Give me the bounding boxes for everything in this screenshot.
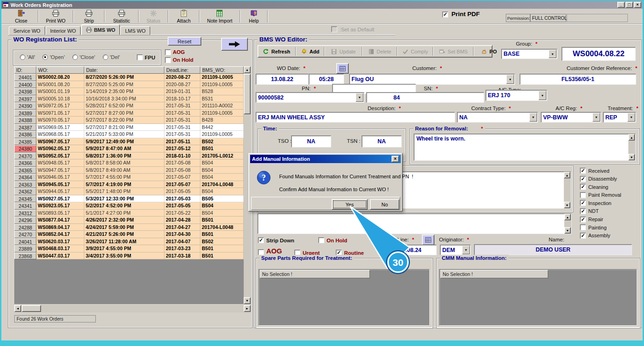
deadline-field[interactable]: 22.08.24 — [384, 245, 437, 255]
col-header-deadline[interactable]: DeadLine: — [164, 66, 200, 74]
col-header-date[interactable]: Date: — [84, 66, 164, 74]
tab-bms-wo[interactable]: BMS WO — [81, 24, 120, 35]
aog-filter-checkbox[interactable] — [165, 49, 171, 55]
table-row-WS0944.05.17[interactable]: 24362WS0944.05.175/5/2017 1:48:00 PM2017… — [14, 188, 244, 195]
group-combobox[interactable]: BASE ▼ — [501, 49, 557, 59]
chevron-down-icon[interactable]: ▼ — [529, 113, 537, 122]
treatment-combobox[interactable]: REP ▼ — [603, 112, 636, 123]
on-hold-checkbox[interactable] — [318, 237, 324, 243]
chevron-down-icon[interactable]: ▼ — [627, 113, 635, 122]
tsn-field[interactable]: NA — [362, 135, 402, 147]
table-row-WS0002.08.20[interactable]: 24401WS0002.08.208/27/2020 5:26:00 PM202… — [14, 74, 244, 81]
ac-type-combobox[interactable]: ERJ 170 ▼ — [486, 90, 547, 101]
wo-date-calendar-button[interactable] — [336, 63, 349, 74]
table-row-WS0970.05.17[interactable]: 24388WS0970.05.175/27/2017 8:22:00 PM201… — [14, 117, 244, 124]
scroll-down-button[interactable]: ▼ — [564, 202, 570, 208]
table-row-WS0946.05.17[interactable]: 24364WS0946.05.175/7/2017 4:55:00 PM2017… — [14, 174, 244, 181]
col-header-id[interactable]: ID: — [14, 66, 36, 74]
table-row-WS0945.05.17[interactable]: 24363WS0945.05.175/7/2017 4:19:00 PM2017… — [14, 181, 244, 188]
step-paint-removal[interactable]: Paint Removal — [580, 192, 641, 198]
description-field[interactable]: ERJ MAIN WHEEL ASSY — [256, 112, 455, 123]
table-row-WS0923.05.17[interactable]: 24341WS0923.05.175/2/2017 4:52:00 PM2017… — [14, 202, 244, 210]
table-row-WS0869.04.17[interactable]: 24288WS0869.04.174/24/2017 5:59:00 PM201… — [14, 224, 244, 231]
dialog-close-button[interactable]: × — [392, 156, 399, 162]
table-row-WS0852.04.17[interactable]: 24270WS0852.04.174/21/2017 5:26:00 PM201… — [14, 231, 244, 238]
step-inspection[interactable]: ✓Inspection — [580, 200, 641, 206]
scroll-up-button[interactable]: ▲ — [244, 66, 251, 73]
scroll-right-button[interactable]: ► — [244, 305, 251, 312]
filter-radio-all[interactable]: 'All' — [20, 54, 35, 60]
toolbar-button-attach[interactable]: Attach — [170, 9, 198, 23]
editor-toolbar-add[interactable]: Add — [297, 47, 323, 57]
editor-toolbar-set-bms[interactable]: Set BMS — [434, 47, 472, 57]
cor-field[interactable]: FL5356/05-1 — [520, 74, 636, 85]
maximize-button[interactable]: □ — [626, 2, 633, 8]
chevron-down-icon[interactable]: ▼ — [462, 246, 470, 254]
chevron-down-icon[interactable]: ▼ — [549, 50, 556, 58]
editor-toolbar-refresh[interactable]: Refresh — [258, 47, 294, 57]
wo-time-field[interactable]: 05:28 — [309, 74, 344, 85]
tab-interior-wo[interactable]: Interior WO — [46, 26, 81, 35]
step-repair[interactable]: ✓Repair — [580, 217, 641, 223]
table-row-WS0001.08.20[interactable]: 24400WS0001.08.208/27/2020 5:25:00 PM202… — [14, 81, 244, 88]
toolbar-button-note-import[interactable]: Note Import — [201, 9, 238, 23]
table-row-WS0893.05.17[interactable]: 24312WS0893.05.175/1/2017 4:27:00 PM2017… — [14, 210, 244, 217]
table-row-WS0948.05.17[interactable]: 24366WS0948.05.175/8/2017 8:58:00 AM2017… — [14, 159, 244, 167]
table-row-WS0001.01.19[interactable]: 24398WS0001.01.191/14/2019 2:35:00 PM201… — [14, 88, 244, 95]
scroll-up-button[interactable]: ▲ — [564, 214, 571, 220]
table-row-WS0971.05.17[interactable]: 24389WS0971.05.175/27/2017 8:27:00 PM201… — [14, 110, 244, 117]
table-hscrollbar[interactable]: ◄ ► — [14, 305, 251, 312]
col-header-wo[interactable]: WO: — [36, 66, 84, 74]
table-row-WS0620.03.17[interactable]: 24041WS0620.03.173/26/2017 11:28:00 AM20… — [14, 238, 244, 246]
filter-radio-open[interactable]: 'Open' — [42, 54, 65, 60]
pn-combobox[interactable]: 90000582 ▼ — [256, 92, 364, 103]
notes-textarea[interactable] — [258, 213, 572, 234]
yes-button[interactable]: Yes — [332, 199, 368, 210]
table-row-WS0468.03.17[interactable]: 23889WS0468.03.173/9/2017 4:55:00 PM2017… — [14, 245, 244, 252]
fpu-checkbox[interactable] — [137, 54, 143, 60]
hscroll-thumb[interactable] — [22, 305, 41, 312]
tso-field[interactable]: NA — [291, 135, 331, 147]
scroll-down-button[interactable]: ▼ — [564, 227, 571, 234]
sn-field[interactable]: 84 — [366, 92, 484, 103]
editor-toolbar-update[interactable]: Update — [326, 47, 361, 57]
no-button[interactable]: No — [370, 199, 399, 210]
work-required-scrollbar[interactable]: ▲ ▼ — [564, 172, 571, 208]
toolbar-button-statistic[interactable]: Statistic — [106, 9, 137, 23]
step-received[interactable]: ✓Received — [580, 168, 641, 174]
step-painting[interactable]: Painting — [580, 224, 641, 230]
transfer-arrow-button[interactable] — [221, 38, 248, 51]
scroll-up-button[interactable]: ▲ — [564, 172, 570, 178]
reason-scrollbar[interactable]: ▲ ▼ — [628, 134, 635, 160]
step-disassembly[interactable]: ✓Disassembly — [580, 176, 641, 182]
reason-textarea[interactable]: Wheel tire is worn. — [414, 134, 636, 161]
toolbar-button-status[interactable]: Status — [141, 9, 166, 23]
wo-date-field[interactable]: 13.08.22 — [256, 74, 309, 85]
chevron-down-icon[interactable]: ▼ — [539, 91, 546, 100]
scroll-up-button[interactable]: ▲ — [628, 134, 635, 141]
toolbar-button-print-wo[interactable]: Print WO — [40, 9, 71, 23]
originator-combobox[interactable]: DEM ▼ — [440, 245, 471, 255]
minimize-button[interactable]: _ — [617, 2, 625, 8]
filter-radio-close[interactable]: 'Close' — [72, 54, 95, 60]
step-assembly[interactable]: ✓Assembly — [580, 233, 641, 239]
set-as-default-checkbox[interactable] — [331, 26, 337, 32]
contract-type-combobox[interactable]: NA ▼ — [457, 112, 538, 123]
close-window-button[interactable]: × — [634, 2, 641, 8]
table-row-WS0947.05.17[interactable]: 24365WS0947.05.175/8/2017 8:49:00 AM2017… — [14, 167, 244, 174]
editor-toolbar-comply[interactable]: Comply — [398, 47, 432, 57]
ac-reg-combobox[interactable]: VP-BWW ▼ — [541, 112, 601, 123]
table-row-WS0972.05.17[interactable]: 24390WS0972.05.175/28/2017 6:52:00 PM201… — [14, 102, 244, 110]
step-cleaning[interactable]: ✓Cleaning — [580, 184, 641, 190]
customer-combobox[interactable]: Flug OU ▼ — [349, 74, 515, 85]
table-row-WS0962.05.17[interactable]: 24380WS0962.05.175/9/2017 8:47:00 AM2017… — [14, 145, 244, 152]
scroll-down-button[interactable]: ▼ — [628, 154, 635, 160]
step-ndt[interactable]: ✓NDT — [580, 208, 641, 214]
strip-down-checkbox[interactable]: ✓ — [258, 237, 264, 243]
notes-scrollbar[interactable]: ▲ ▼ — [564, 214, 571, 234]
on-hold-filter-checkbox[interactable] — [165, 57, 171, 63]
table-row-WS0447.03.17[interactable]: 23868WS0447.03.173/4/2017 3:55:00 PM2017… — [14, 252, 244, 260]
table-row-WS0005.10.18[interactable]: 24397WS0005.10.1810/16/2018 3:34:00 PM20… — [14, 95, 244, 103]
chevron-down-icon[interactable]: ▼ — [356, 93, 363, 102]
filter-radio-del[interactable]: 'Del' — [103, 54, 120, 60]
